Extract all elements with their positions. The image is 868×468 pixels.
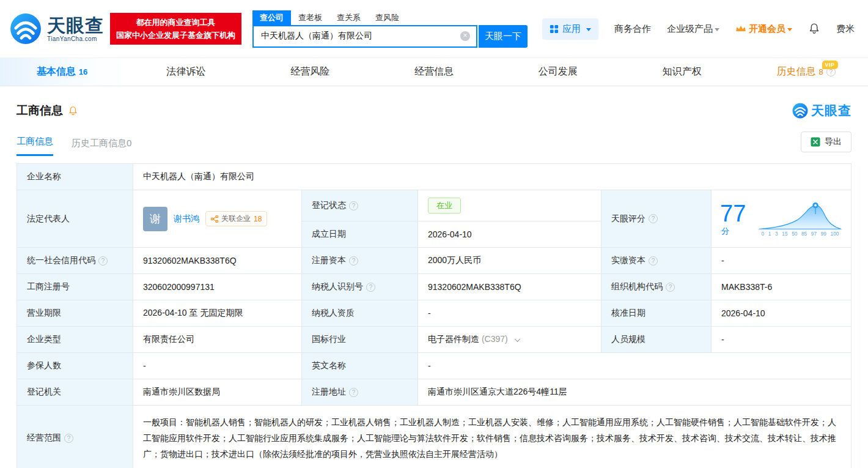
english-name-label: 英文名称 [302, 353, 418, 379]
chevron-down-icon [715, 28, 719, 34]
help-icon[interactable] [366, 283, 375, 292]
company-tab-bar: 基本信息 16 法律诉讼 经营风险 经营信息 公司发展 知识产权 VIP 历史信… [0, 58, 868, 86]
business-scope-label: 经营范围 [17, 406, 133, 468]
watermark-brand: 天眼查 [792, 102, 851, 119]
subtab-history-business-info[interactable]: 历史工商信息0 [72, 138, 131, 156]
company-name-value: 中天机器人（南通）有限公司 [133, 164, 851, 190]
business-term-value: 2026-04-10 至 无固定期限 [133, 300, 302, 327]
help-icon[interactable] [649, 256, 658, 266]
tab-history-info[interactable]: VIP 历史信息 8 [744, 58, 868, 86]
credit-code-label: 统一社会信用代码 [17, 248, 133, 274]
company-type-value: 有限责任公司 [133, 327, 302, 353]
staff-size-value: - [712, 327, 851, 353]
tab-intellectual-property[interactable]: 知识产权 [620, 58, 744, 86]
tianyancha-logo-icon [10, 13, 42, 45]
chevron-down-icon [787, 28, 792, 34]
search-tab-relation[interactable]: 查关系 [329, 10, 368, 25]
establish-date-value: 2026-04-10 [418, 221, 601, 248]
brand-slogan: 都在用的商业查询工具 国家中小企业发展子基金旗下机构 [110, 13, 241, 45]
reg-authority-label: 登记机关 [17, 379, 133, 406]
open-membership-label: 开通会员 [749, 23, 785, 35]
search-button[interactable]: 天眼一下 [479, 25, 528, 48]
tab-operating-risk[interactable]: 经营风险 [248, 58, 372, 86]
related-companies-count: 18 [254, 215, 262, 223]
export-button[interactable]: 导出 [801, 132, 851, 152]
reg-capital-label: 注册资本 [302, 248, 418, 274]
help-icon[interactable] [98, 256, 108, 266]
reg-address-label: 注册地址 [302, 379, 418, 406]
tianyancha-logo[interactable]: 天眼查 TianYanCha.com [10, 13, 104, 45]
tab-operating-info[interactable]: 经营信息 [372, 58, 496, 86]
apps-menu-button[interactable]: 应用 [542, 18, 598, 40]
subscribe-bell-icon[interactable] [68, 106, 78, 116]
reg-number-label: 工商注册号 [17, 274, 133, 300]
tab-basic-info[interactable]: 基本信息 16 [0, 58, 124, 86]
search-tab-boss[interactable]: 查老板 [291, 10, 329, 25]
search-input-wrap [252, 25, 477, 48]
nav-user-name[interactable]: 费米 [836, 23, 855, 35]
company-name-label: 企业名称 [17, 164, 133, 190]
reg-number-value: 320602000997131 [133, 274, 302, 300]
clear-search-icon[interactable] [460, 31, 470, 41]
tab-label: 历史信息 [776, 65, 815, 78]
score-distribution-chart: 0131550859799100 [758, 201, 842, 237]
search-row: 天眼一下 [252, 25, 528, 48]
top-header: 天眼查 TianYanCha.com 都在用的商业查询工具 国家中小企业发展子基… [0, 0, 868, 58]
org-code-label: 组织机构代码 [601, 274, 712, 300]
legal-rep-name-link[interactable]: 谢书鸿 [174, 214, 199, 225]
tab-label: 法律诉讼 [166, 65, 205, 78]
help-icon[interactable] [349, 388, 358, 397]
insured-count-value: - [133, 353, 302, 379]
status-badge: 在业 [428, 198, 461, 214]
help-icon[interactable] [666, 283, 675, 292]
chevron-down-icon [586, 28, 591, 34]
search-input[interactable] [254, 26, 476, 46]
apps-menu-label: 应用 [562, 23, 581, 35]
table-row: 工商注册号 320602000997131 纳税人识别号 91320602MAK… [17, 274, 851, 300]
help-icon[interactable] [649, 214, 658, 223]
score-curve-icon [758, 201, 842, 231]
company-type-label: 企业类型 [17, 327, 133, 353]
tab-label: 基本信息 [37, 65, 76, 78]
related-companies-tag[interactable]: 关联企业 18 [205, 211, 267, 226]
taxpayer-quality-label: 纳税人资质 [302, 300, 418, 327]
search-block: 查公司 查老板 查关系 查风险 天眼一下 [252, 10, 528, 48]
notification-bell-icon[interactable] [808, 23, 820, 35]
insured-count-label: 参保人数 [17, 353, 133, 379]
table-row: 法定代表人 谢 谢书鸿 关联企业 18 [17, 190, 851, 221]
crown-icon [735, 24, 746, 33]
chevron-down-icon[interactable] [514, 336, 520, 342]
nav-enterprise-products[interactable]: 企业级产品 [667, 23, 719, 35]
english-name-value: - [418, 353, 851, 379]
score-label: 天眼评分 [601, 190, 712, 248]
approval-date-label: 核准日期 [601, 300, 712, 327]
industry-value[interactable]: 电子器件制造 (C397) [418, 327, 601, 353]
section-header: 工商信息 天眼查 [0, 86, 868, 119]
industry-label: 国标行业 [302, 327, 418, 353]
org-network-icon [211, 215, 218, 223]
table-row: 统一社会信用代码 91320602MAKB338T6Q 注册资本 2000万人民… [17, 248, 851, 274]
subtab-business-info[interactable]: 工商信息 [17, 136, 53, 156]
reg-capital-value: 2000万人民币 [418, 248, 601, 274]
search-tab-risk[interactable]: 查风险 [368, 10, 406, 25]
legal-rep-cell: 谢 谢书鸿 关联企业 18 [133, 190, 302, 248]
business-scope-value: 一般项目：智能机器人销售；智能机器人的研发；工业机器人销售；工业机器人制造；工业… [133, 406, 851, 468]
tianyancha-logo-icon [792, 103, 808, 119]
tab-company-development[interactable]: 公司发展 [496, 58, 620, 86]
search-tabs: 查公司 查老板 查关系 查风险 [252, 10, 528, 25]
table-row: 企业名称 中天机器人（南通）有限公司 [17, 164, 851, 190]
search-tab-company[interactable]: 查公司 [252, 10, 291, 25]
excel-icon [811, 137, 820, 147]
help-icon[interactable] [349, 256, 358, 266]
reg-status-value: 在业 [418, 190, 601, 221]
nav-business-cooperation[interactable]: 商务合作 [614, 23, 651, 35]
help-icon[interactable] [349, 201, 358, 210]
business-info-table: 企业名称 中天机器人（南通）有限公司 法定代表人 谢 谢书鸿 关 [17, 163, 851, 468]
help-icon[interactable] [64, 434, 73, 443]
nav-open-membership[interactable]: 开通会员 [735, 23, 792, 35]
reg-address-value: 南通市崇川区通京大道226号4幢11层 [418, 379, 851, 406]
tab-legal-proceedings[interactable]: 法律诉讼 [124, 58, 248, 86]
taxpayer-quality-value: - [418, 300, 601, 327]
industry-code: (C397) [482, 334, 508, 344]
legal-rep-avatar[interactable]: 谢 [143, 207, 167, 231]
